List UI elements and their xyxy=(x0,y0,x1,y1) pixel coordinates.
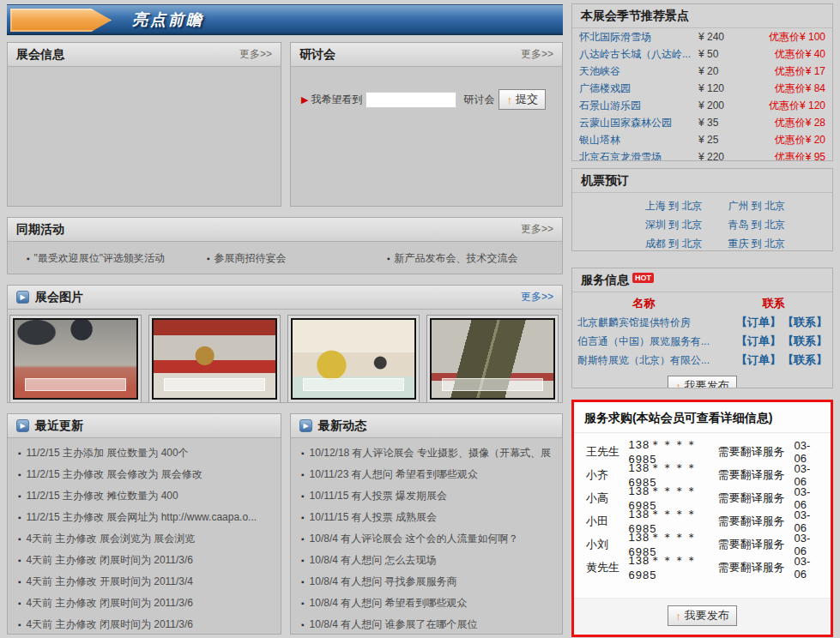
play-arrow-icon: ▶ xyxy=(299,419,312,432)
spot-discount-link[interactable]: 优惠价¥ 120 xyxy=(746,99,825,113)
spot-discount-link[interactable]: 优惠价¥ 40 xyxy=(746,47,825,62)
exhibition-photo-thumbnail[interactable] xyxy=(148,315,281,403)
flight-route-link[interactable]: 上海 到 北京 xyxy=(645,199,703,214)
service-order-link[interactable]: 【订单】 xyxy=(736,334,781,349)
requester-name: 小刘 xyxy=(586,537,629,552)
concurrent-event-link[interactable]: "最受欢迎展位"评选颁奖活动 xyxy=(27,251,165,266)
requested-service: 需要翻译服务 xyxy=(718,537,795,552)
update-item[interactable]: 4天前 主办修改 闭展时间为 2011/3/6 xyxy=(18,593,274,614)
exhibition-photo-thumbnail[interactable] xyxy=(426,315,559,403)
spot-discount-link[interactable]: 优惠价¥ 100 xyxy=(746,30,825,45)
exhibition-info-more-link[interactable]: 更多>> xyxy=(239,47,272,62)
scenic-spot-row: 广德楼戏园 ¥ 120 优惠价¥ 84 xyxy=(572,80,832,97)
service-order-link[interactable]: 【订单】 xyxy=(736,315,781,330)
news-item[interactable]: 10/8/4 有人想问 寻找参展服务商 xyxy=(301,571,555,593)
spot-discount-link[interactable]: 优惠价¥ 95 xyxy=(746,150,825,162)
news-item[interactable]: 10/11/15 有人投票 爆发期展会 xyxy=(301,485,555,507)
service-provider-link[interactable]: 耐斯特展览（北京）有限公... xyxy=(577,353,713,368)
news-item[interactable]: 10/12/18 有人评论展会 专业摄影、摄像（开幕式、展 xyxy=(301,442,555,464)
service-order-link[interactable]: 【订单】 xyxy=(736,352,781,368)
scenic-spot-row: 天池峡谷 ¥ 20 优惠价¥ 17 xyxy=(572,63,832,80)
seminar-more-link[interactable]: 更多>> xyxy=(521,47,553,62)
service-provider-link[interactable]: 伯言通（中国）展览服务有... xyxy=(577,334,713,349)
news-item[interactable]: 10/8/4 有人想问 谁参展了在哪个展位 xyxy=(301,614,555,635)
scenic-spot-link[interactable]: 北京石京龙滑雪场 xyxy=(579,150,662,162)
spot-discount-link[interactable]: 优惠价¥ 28 xyxy=(746,116,825,130)
request-publish-button[interactable]: ↑ 我要发布 xyxy=(668,605,737,626)
service-request-row[interactable]: 黄先生 138＊＊＊＊6985 需要翻译服务 03-06 xyxy=(574,556,831,579)
update-item[interactable]: 4天前 主办修改 闭展时间为 2011/3/6 xyxy=(18,614,274,635)
update-item[interactable]: 11/2/15 主办添加 展位数量为 400个 xyxy=(18,442,274,464)
service-contact-link[interactable]: 【联系】 xyxy=(783,334,827,349)
recent-updates-header: ▶ 最近更新 xyxy=(8,414,281,438)
exhibition-photo-thumbnail[interactable] xyxy=(9,315,142,403)
service-contact-link[interactable]: 【联系】 xyxy=(783,352,827,368)
service-info-title: 服务信息 xyxy=(581,273,629,288)
service-requests-title: 服务求购(本站会员可查看详细信息) xyxy=(574,402,831,433)
concurrent-events-more-link[interactable]: 更多>> xyxy=(521,222,553,237)
quadricycle-exhibit-photo xyxy=(13,318,138,400)
service-provider-link[interactable]: 北京麒麟宾馆提供特价房 xyxy=(577,316,713,330)
service-request-row[interactable]: 小高 138＊＊＊＊6985 需要翻译服务 03-06 xyxy=(574,486,831,509)
news-item[interactable]: 10/11/15 有人投票 成熟展会 xyxy=(301,507,555,528)
service-publish-button[interactable]: ↑ 我要发布 xyxy=(668,376,737,388)
requester-name: 王先生 xyxy=(586,444,629,460)
service-request-row[interactable]: 小齐 138＊＊＊＊6985 需要翻译服务 03-06 xyxy=(574,463,831,486)
highlights-banner-title: 亮点前瞻 xyxy=(132,5,204,34)
spot-price: ¥ 200 xyxy=(698,99,746,111)
exhibition-photos-more-link[interactable]: 更多>> xyxy=(521,290,553,304)
spot-discount-link[interactable]: 优惠价¥ 17 xyxy=(746,64,825,79)
concurrent-event-link[interactable]: 新产品发布会、技术交流会 xyxy=(387,251,518,266)
requester-name: 小田 xyxy=(586,514,629,529)
news-item[interactable]: 10/8/4 有人想问 怎么去现场 xyxy=(301,550,555,571)
update-item[interactable]: 11/2/15 主办修改 展会修改为 展会修改 xyxy=(18,464,274,485)
flight-route-link[interactable]: 青岛 到 北京 xyxy=(728,218,785,232)
scenic-spot-link[interactable]: 云蒙山国家森林公园 xyxy=(579,116,672,130)
scenic-spot-link[interactable]: 银山塔林 xyxy=(579,133,620,147)
flight-route-link[interactable]: 成都 到 北京 xyxy=(645,237,703,251)
news-item[interactable]: 10/8/4 有人评论展会 这个会的人流量如何啊？ xyxy=(301,528,555,550)
concurrent-events-panel: 同期活动 更多>> "最受欢迎展位"评选颁奖活动 参展商招待宴会 新产品发布会、… xyxy=(7,217,563,274)
update-item[interactable]: 4天前 主办修改 闭展时间为 2011/3/6 xyxy=(18,550,274,571)
service-contact-link[interactable]: 【联系】 xyxy=(783,315,827,330)
spot-price: ¥ 120 xyxy=(698,82,746,94)
spot-discount-link[interactable]: 优惠价¥ 20 xyxy=(746,133,825,147)
scenic-spot-link[interactable]: 怀北国际滑雪场 xyxy=(579,30,651,45)
scenic-spot-link[interactable]: 天池峡谷 xyxy=(579,64,620,79)
news-item[interactable]: 10/8/4 有人想问 希望看到哪些观众 xyxy=(301,593,555,614)
concurrent-event-link[interactable]: 参展商招待宴会 xyxy=(207,251,287,266)
request-date: 03-06 xyxy=(795,462,819,488)
seminar-topic-input[interactable] xyxy=(366,92,456,108)
update-item[interactable]: 4天前 主办修改 展会浏览为 展会浏览 xyxy=(18,528,274,550)
exhibition-photo-thumbnail[interactable] xyxy=(287,315,420,403)
service-request-row[interactable]: 小田 138＊＊＊＊6985 需要翻译服务 03-06 xyxy=(574,509,831,533)
seminar-form-label: 我希望看到 xyxy=(311,93,362,107)
spot-discount-link[interactable]: 优惠价¥ 84 xyxy=(746,81,825,96)
page: 亮点前瞻 展会信息 更多>> 研讨会 更多>> ▶ 我希望看到 xyxy=(0,0,840,638)
watermark-bar xyxy=(303,378,404,391)
update-item[interactable]: 11/2/15 主办修改 摊位数量为 400 xyxy=(18,485,274,507)
exhibition-info-panel: 展会信息 更多>> xyxy=(7,42,281,207)
flight-route-link[interactable]: 深圳 到 北京 xyxy=(645,218,703,232)
flight-booking-title: 机票预订 xyxy=(572,169,832,193)
flight-route-link[interactable]: 广州 到 北京 xyxy=(728,199,785,214)
update-item[interactable]: 11/2/15 主办修改 展会网址为 http://www.caapa.o... xyxy=(18,507,274,528)
scenic-spot-link[interactable]: 石景山游乐园 xyxy=(579,99,641,113)
seminar-form: ▶ 我希望看到 研讨会 ↑ 提交 xyxy=(291,67,562,110)
exhibition-photos-title: 展会图片 xyxy=(35,290,83,305)
scenic-spots-panel: 本展会季节推荐景点 怀北国际滑雪场 ¥ 240 优惠价¥ 100 八达岭古长城（… xyxy=(571,3,833,161)
service-requests-list: 王先生 138＊＊＊＊6985 需要翻译服务 03-06 小齐 138＊＊＊＊6… xyxy=(574,433,831,579)
service-request-row[interactable]: 小刘 138＊＊＊＊6985 需要翻译服务 03-06 xyxy=(574,533,831,556)
scenic-spot-link[interactable]: 八达岭古长城（八达岭... xyxy=(579,47,691,62)
flight-route-link[interactable]: 重庆 到 北京 xyxy=(728,237,785,251)
update-item[interactable]: 4天前 主办修改 开展时间为 2011/3/4 xyxy=(18,571,274,593)
hot-badge: HOT xyxy=(632,273,654,283)
seminar-submit-button[interactable]: ↑ 提交 xyxy=(499,89,546,110)
spot-price: ¥ 50 xyxy=(698,48,746,60)
news-item[interactable]: 10/11/23 有人想问 希望看到哪些观众 xyxy=(301,464,555,485)
service-request-row[interactable]: 王先生 138＊＊＊＊6985 需要翻译服务 03-06 xyxy=(574,440,831,463)
scenic-spot-link[interactable]: 广德楼戏园 xyxy=(579,81,631,96)
scenic-spot-row: 石景山游乐园 ¥ 200 优惠价¥ 120 xyxy=(572,97,832,114)
request-date: 03-06 xyxy=(795,555,819,581)
requester-name: 黄先生 xyxy=(586,560,629,575)
